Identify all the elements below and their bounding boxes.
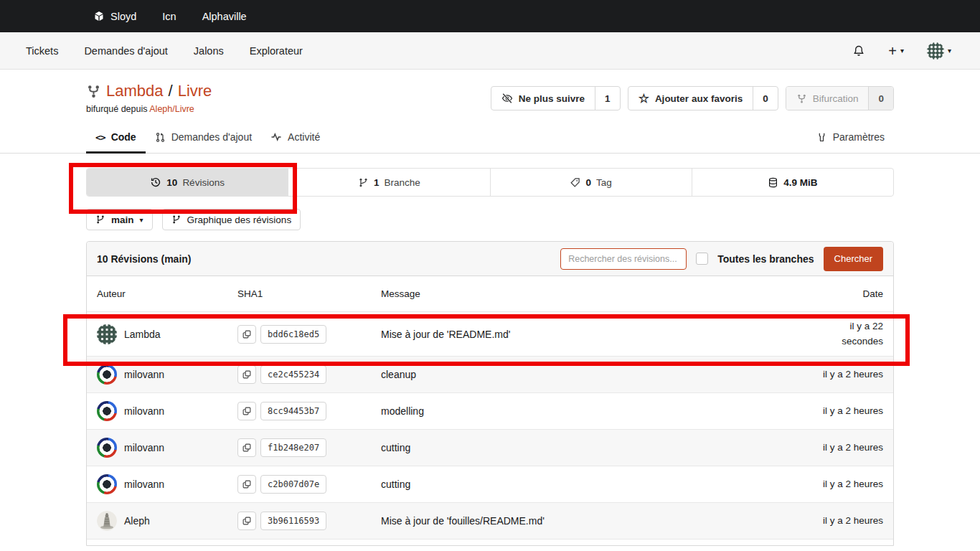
tag-label: Tag (596, 177, 612, 188)
brand-label: Sloyd (110, 11, 136, 22)
topbar-link-alphaville[interactable]: Alphaville (202, 11, 247, 22)
fork-origin-link[interactable]: Aleph/Livre (149, 104, 194, 114)
commits-table-header: Auteur SHA1 Message Date (87, 276, 893, 312)
repo-owner-link[interactable]: Lambda (106, 82, 164, 100)
commit-message[interactable]: Mise à jour de 'README.md' (381, 329, 811, 340)
commit-search-input[interactable] (560, 248, 687, 270)
commit-row[interactable]: milovann f1b248e207 cutting il y a 2 heu… (87, 430, 893, 466)
commit-message[interactable]: cutting (381, 442, 811, 453)
repo-path-separator: / (169, 82, 173, 100)
avatar (97, 438, 117, 458)
commit-date: il y a 22 secondes (811, 319, 883, 349)
copy-sha-button[interactable] (237, 325, 256, 344)
commit-message[interactable]: Mise à jour de 'fouilles/README.md' (381, 515, 811, 527)
topbar-link-icn[interactable]: Icn (162, 11, 176, 22)
user-menu-dropdown[interactable]: ▾ (927, 42, 951, 60)
tab-settings-label: Paramètres (833, 131, 885, 143)
branch-label: Branche (384, 177, 420, 188)
commit-row[interactable]: milovann ce2c455234 cleanup il y a 2 heu… (87, 357, 893, 393)
commit-sha-link[interactable]: 3b96116593 (260, 512, 326, 530)
current-branch-label: main (111, 215, 134, 225)
star-label: Ajouter aux favoris (655, 93, 743, 104)
commit-author: Lambda (124, 329, 161, 340)
commit-sha-link[interactable]: c2b007d07e (260, 475, 326, 494)
eye-off-icon (501, 93, 513, 104)
branch-select-dropdown[interactable]: main ▾ (86, 209, 153, 230)
commit-sha-link[interactable]: bdd6c18ed5 (260, 325, 326, 344)
copy-sha-button[interactable] (237, 438, 256, 457)
commit-date: il y a 2 heures (811, 514, 883, 529)
fork-count[interactable]: 0 (868, 87, 893, 110)
commit-date: il y a 2 heures (811, 404, 883, 419)
commit-row[interactable]: milovann c2b007d07e cutting il y a 2 heu… (87, 466, 893, 503)
bell-icon (852, 44, 865, 57)
tab-code[interactable]: <> Code (86, 123, 146, 154)
branch-icon (358, 177, 369, 188)
tab-activity-label: Activité (288, 131, 320, 143)
commit-message[interactable]: modelling (381, 405, 811, 417)
branch-bar: main ▾ Graphique des révisions (86, 209, 894, 230)
stat-commits[interactable]: 10 Révisions (87, 169, 288, 196)
star-icon: ☆ (639, 93, 649, 105)
column-sha1: SHA1 (237, 288, 381, 299)
commit-author: Aleph (124, 515, 150, 527)
copy-sha-button[interactable] (237, 365, 256, 384)
unwatch-button[interactable]: Ne plus suivre 1 (491, 86, 621, 110)
avatar (97, 511, 117, 531)
tab-pull-requests[interactable]: Demandes d'ajout (146, 123, 261, 154)
tab-activity[interactable]: Activité (261, 123, 329, 154)
column-date: Date (811, 288, 883, 299)
commit-sha-link[interactable]: 8cc94453b7 (260, 402, 326, 420)
column-message: Message (381, 288, 811, 299)
commit-date: il y a 2 heures (811, 441, 883, 456)
notifications-button[interactable] (852, 44, 865, 57)
tab-settings[interactable]: Paramètres (807, 123, 894, 154)
copy-sha-button[interactable] (237, 402, 256, 420)
nav-item-tickets[interactable]: Tickets (26, 45, 58, 57)
tag-count: 0 (585, 177, 591, 188)
chevron-down-icon: ▾ (948, 47, 951, 55)
commit-sha-link[interactable]: ce2c455234 (260, 365, 326, 384)
nav-item-pull-requests[interactable]: Demandes d'ajout (84, 45, 167, 57)
fork-button: Bifurcation 0 (786, 86, 894, 110)
pull-request-icon (155, 132, 166, 143)
column-author: Auteur (97, 288, 237, 299)
commit-message[interactable]: cleanup (381, 369, 811, 380)
nav-item-explore[interactable]: Explorateur (250, 45, 303, 57)
commit-row[interactable]: Aleph 3b96116593 Mise à jour de 'fouille… (87, 503, 893, 540)
commit-label: Révisions (182, 177, 225, 188)
avatar (97, 401, 117, 421)
stat-size[interactable]: 4.9 MiB (692, 169, 893, 196)
commit-row[interactable]: Lambda bdd6c18ed5 Mise à jour de 'README… (87, 312, 893, 357)
commit-sha-link[interactable]: f1b248e207 (260, 438, 326, 457)
commit-message[interactable]: cutting (381, 479, 811, 490)
cube-icon (93, 11, 105, 22)
create-new-dropdown[interactable]: + ▾ (888, 44, 904, 58)
search-button[interactable]: Chercher (824, 247, 883, 271)
star-count[interactable]: 0 (753, 87, 778, 110)
commits-title: 10 Révisions (main) (97, 253, 192, 265)
repo-name-link[interactable]: Livre (178, 82, 212, 100)
stat-tags[interactable]: 0 Tag (490, 169, 692, 196)
copy-sha-button[interactable] (237, 475, 256, 494)
secondary-navbar: Tickets Demandes d'ajout Jalons Explorat… (0, 32, 980, 70)
stat-branches[interactable]: 1 Branche (288, 169, 489, 196)
fork-note-prefix: bifurqué depuis (86, 104, 147, 114)
commit-count: 10 (166, 177, 177, 188)
commit-date: il y a 2 heures (811, 367, 883, 382)
star-button[interactable]: ☆ Ajouter aux favoris 0 (628, 86, 778, 110)
fork-icon (796, 93, 807, 104)
commit-author: milovann (124, 405, 164, 417)
all-branches-checkbox[interactable] (696, 253, 708, 265)
site-logo[interactable]: Sloyd (93, 11, 136, 22)
chevron-down-icon: ▾ (900, 47, 904, 55)
fork-icon (86, 84, 101, 99)
commit-graph-button[interactable]: Graphique des révisions (162, 209, 301, 230)
all-branches-label[interactable]: Toutes les branches (717, 253, 814, 265)
repo-main: 10 Révisions 1 Branche 0 Tag (86, 168, 894, 546)
copy-sha-button[interactable] (237, 512, 256, 530)
commit-row[interactable]: milovann 8cc94453b7 modelling il y a 2 h… (87, 393, 893, 430)
avatar (97, 324, 117, 344)
watch-count[interactable]: 1 (595, 87, 620, 110)
nav-item-milestones[interactable]: Jalons (194, 45, 224, 57)
